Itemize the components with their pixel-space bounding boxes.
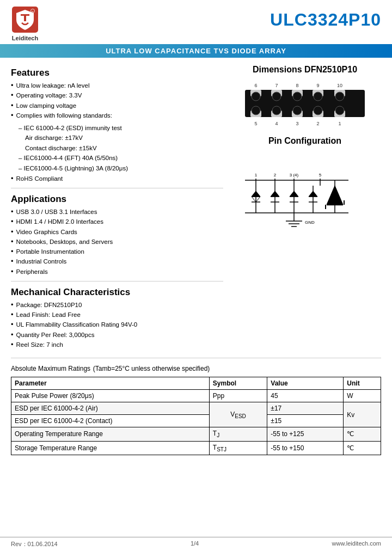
table-row: Storage Temperature Range TSTJ -55 to +1…	[11, 441, 381, 455]
value-cell: -55 to +125	[267, 427, 344, 441]
std-item: Contact discharge: ±15kV	[25, 143, 223, 153]
header: R Leiditech ULC3324P10	[0, 0, 392, 44]
list-item: Low clamping voltage	[11, 101, 223, 111]
svg-text:1: 1	[338, 121, 341, 126]
list-item: UL Flammability Classification Rating 94…	[11, 320, 223, 329]
svg-marker-52	[271, 191, 279, 197]
list-item: Operating voltage: 3.3V	[11, 91, 223, 100]
svg-text:R: R	[32, 10, 34, 13]
svg-text:9: 9	[316, 83, 319, 88]
right-column: Dimensions DFN2510P10 6 7 8 9 10	[229, 62, 381, 352]
svg-point-30	[335, 106, 344, 115]
list-item: USB 3.0 / USB 3.1 Interfaces	[11, 207, 223, 217]
table-row: ESD per IEC 61000-4-2 (Contact) ±15	[11, 415, 381, 427]
svg-point-17	[272, 92, 281, 101]
applications-list: USB 3.0 / USB 3.1 Interfaces HDMI 1.4 / …	[11, 207, 223, 277]
subtitle-text: ULTRA LOW CAPACITANCE TVS DIODE ARRAY	[106, 47, 286, 55]
svg-marker-56	[290, 191, 298, 197]
logo-icon: R	[11, 5, 39, 34]
std-item: – IEC 61000-4-2 (ESD) immunity test	[19, 123, 223, 133]
list-item: Ultra low leakage: nA level	[11, 81, 223, 90]
svg-text:4: 4	[275, 121, 278, 126]
svg-text:3 (4): 3 (4)	[290, 173, 299, 177]
pin-config-title: Pin Configuration	[229, 136, 381, 146]
parameter-cell: Operating Temperature Range	[11, 427, 210, 441]
features-list: Ultra low leakage: nA level Operating vo…	[11, 81, 223, 120]
svg-point-18	[293, 92, 302, 101]
list-item: Complies with following standards:	[11, 111, 223, 120]
value-cell: 45	[267, 390, 344, 402]
parameter-cell: ESD per IEC 61000-4-2 (Air)	[11, 402, 210, 415]
svg-point-20	[335, 92, 344, 101]
features-title: Features	[11, 68, 223, 78]
applications-title: Applications	[11, 194, 223, 205]
std-item: – IEC61000-4-5 (Lightning) 3A (8/20μs)	[19, 163, 223, 173]
list-item: Lead Finish: Lead Free	[11, 310, 223, 320]
parameter-cell: Peak Pulse Power (8/20μs)	[11, 390, 210, 402]
website: www.leiditech.com	[332, 540, 381, 548]
svg-marker-68	[327, 186, 343, 205]
subtitle-bar: ULTRA LOW CAPACITANCE TVS DIODE ARRAY	[0, 44, 392, 58]
symbol-cell: VESD	[209, 402, 267, 427]
main-content: Features Ultra low leakage: nA level Ope…	[0, 62, 392, 352]
svg-text:2: 2	[274, 173, 277, 177]
logo-text: Leiditech	[12, 35, 38, 41]
symbol-cell: TJ	[209, 427, 267, 441]
abs-max-title: Absolute Maximum Ratings (Tamb=25°C unle…	[11, 363, 381, 374]
svg-point-26	[252, 106, 260, 115]
parameter-cell: ESD per IEC 61000-4-2 (Contact)	[11, 415, 210, 427]
footer: Rev：01.06.2014 1/4 www.leiditech.com	[0, 537, 392, 551]
list-item: Peripherals	[11, 267, 223, 277]
left-column: Features Ultra low leakage: nA level Ope…	[11, 62, 223, 352]
svg-text:GND: GND	[305, 220, 315, 225]
rohs-list: RoHS Compliant	[11, 174, 223, 183]
list-item: Notebooks, Desktops, and Servers	[11, 237, 223, 247]
svg-rect-2	[24, 16, 26, 21]
svg-text:2: 2	[316, 121, 319, 126]
part-number: ULC3324P10	[270, 10, 381, 30]
svg-point-28	[293, 106, 302, 115]
value-cell: ±17	[267, 402, 344, 415]
svg-text:1: 1	[255, 173, 258, 177]
svg-text:5: 5	[254, 121, 257, 126]
table-row: Peak Pulse Power (8/20μs) Ppp 45 W	[11, 390, 381, 402]
abs-max-section: Absolute Maximum Ratings (Tamb=25°C unle…	[0, 358, 392, 455]
symbol-cell: TSTJ	[209, 441, 267, 455]
svg-rect-5	[245, 90, 365, 117]
svg-point-27	[272, 106, 281, 115]
svg-text:8: 8	[296, 83, 298, 88]
table-row: ESD per IEC 61000-4-2 (Air) VESD ±17 Kv	[11, 402, 381, 415]
ratings-table: Parameter Symbol Value Unit Peak Pulse P…	[11, 377, 381, 455]
svg-text:10: 10	[337, 83, 342, 88]
svg-marker-47	[252, 191, 260, 197]
mechanical-title: Mechanical Characteristics	[11, 287, 223, 298]
value-cell: -55 to +150	[267, 441, 344, 455]
list-item: HDMI 1.4 / HDMI 2.0 Interfaces	[11, 217, 223, 226]
col-header: Parameter	[11, 377, 210, 390]
svg-marker-60	[309, 191, 317, 197]
list-item: Quantity Per Reel: 3,000pcs	[11, 330, 223, 340]
standards-details: – IEC 61000-4-2 (ESD) immunity test Air …	[19, 123, 223, 173]
unit-cell: ℃	[344, 441, 381, 455]
ic-package-diagram: 6 7 8 9 10	[240, 79, 370, 128]
page-number: 1/4	[191, 540, 199, 548]
logo-container: R Leiditech	[11, 5, 39, 41]
list-item: Package: DFN2510P10	[11, 301, 223, 310]
list-item: Portable Instrumentation	[11, 247, 223, 256]
col-header: Symbol	[209, 377, 267, 390]
parameter-cell: Storage Temperature Range	[11, 441, 210, 455]
list-item: Video Graphics Cards	[11, 228, 223, 237]
svg-rect-1	[21, 14, 29, 16]
svg-text:6: 6	[254, 83, 257, 88]
value-cell: ±15	[267, 415, 344, 427]
unit-cell: ℃	[344, 427, 381, 441]
circuit-diagram: 1 2 3 (4) 5	[240, 150, 370, 237]
list-item: Industrial Controls	[11, 257, 223, 266]
svg-point-16	[252, 92, 260, 101]
list-item: Reel Size: 7 inch	[11, 340, 223, 350]
list-item: RoHS Compliant	[11, 174, 223, 183]
revision-text: Rev：01.06.2014	[11, 540, 58, 548]
table-row: Operating Temperature Range TJ -55 to +1…	[11, 427, 381, 441]
std-item: – IEC61000-4-4 (EFT) 40A (5/50ns)	[19, 153, 223, 163]
svg-point-19	[314, 92, 322, 101]
